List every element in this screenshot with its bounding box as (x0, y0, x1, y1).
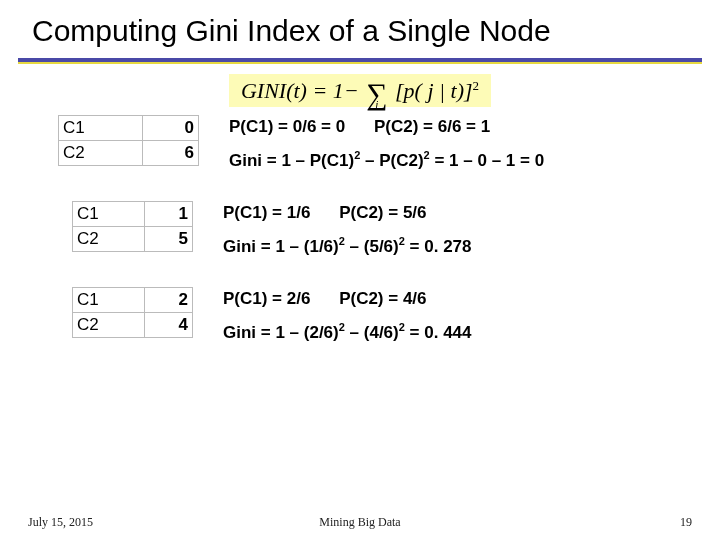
formula-one-minus: 1− (333, 78, 359, 103)
pc2: P(C2) = 4/6 (339, 289, 426, 308)
table-row: C2 5 (73, 226, 193, 251)
slide-title: Computing Gini Index of a Single Node (0, 0, 720, 48)
formula-exp: 2 (473, 78, 480, 93)
gini-line: Gini = 1 – P(C1)2 – P(C2)2 = 1 – 0 – 1 =… (229, 149, 544, 171)
formula-lhs: GINI(t) (241, 78, 307, 103)
formula-close: ] (464, 78, 473, 103)
cell-value: 1 (145, 201, 193, 226)
prob-line: P(C1) = 0/6 = 0 P(C2) = 6/6 = 1 (229, 117, 544, 137)
prob-line: P(C1) = 1/6 P(C2) = 5/6 (223, 203, 472, 223)
gini-mid: – P(C2) (360, 151, 423, 170)
cell-value: 5 (145, 226, 193, 251)
gini-mid: – (5/6) (345, 237, 399, 256)
gini-formula: GINI(t) = 1− ∑j [p( j | t)]2 (0, 74, 720, 107)
pc2: P(C2) = 6/6 = 1 (374, 117, 490, 136)
formula-open: [ (395, 78, 404, 103)
table-row: C1 2 (73, 287, 193, 312)
pc1: P(C1) = 0/6 = 0 (229, 117, 345, 136)
example-1: C1 0 C2 6 P(C1) = 0/6 = 0 P(C2) = 6/6 = … (58, 115, 720, 183)
sigma-icon: ∑j (366, 83, 387, 105)
table-row: C2 6 (59, 141, 199, 166)
cell-label: C1 (73, 201, 145, 226)
gini-pre: Gini = 1 – (2/6) (223, 322, 339, 341)
cell-value: 0 (143, 116, 199, 141)
slide-footer: July 15, 2015 Mining Big Data 19 (0, 515, 720, 530)
table-2: C1 1 C2 5 (72, 201, 193, 252)
example-3: C1 2 C2 4 P(C1) = 2/6 P(C2) = 4/6 Gini =… (72, 287, 720, 355)
pc1: P(C1) = 1/6 (223, 203, 310, 222)
cell-value: 6 (143, 141, 199, 166)
cell-label: C2 (59, 141, 143, 166)
formula-eq: = (312, 78, 327, 103)
pc1: P(C1) = 2/6 (223, 289, 310, 308)
footer-center: Mining Big Data (319, 515, 400, 530)
table-row: C1 1 (73, 201, 193, 226)
gini-post: = 1 – 0 – 1 = 0 (430, 151, 544, 170)
gini-pre: Gini = 1 – P(C1) (229, 151, 354, 170)
gini-pre: Gini = 1 – (1/6) (223, 237, 339, 256)
footer-page: 19 (680, 515, 692, 530)
footer-date: July 15, 2015 (28, 515, 93, 530)
cell-label: C2 (73, 312, 145, 337)
table-row: C1 0 (59, 116, 199, 141)
cell-label: C2 (73, 226, 145, 251)
cell-label: C1 (59, 116, 143, 141)
gini-post: = 0. 444 (405, 322, 472, 341)
title-underline (18, 58, 702, 64)
prob-line: P(C1) = 2/6 P(C2) = 4/6 (223, 289, 472, 309)
sigma-sub: j (375, 93, 378, 115)
gini-line: Gini = 1 – (1/6)2 – (5/6)2 = 0. 278 (223, 235, 472, 257)
example-2: C1 1 C2 5 P(C1) = 1/6 P(C2) = 5/6 Gini =… (72, 201, 720, 269)
gini-line: Gini = 1 – (2/6)2 – (4/6)2 = 0. 444 (223, 321, 472, 343)
cell-value: 4 (145, 312, 193, 337)
table-row: C2 4 (73, 312, 193, 337)
gini-post: = 0. 278 (405, 237, 472, 256)
table-1: C1 0 C2 6 (58, 115, 199, 166)
pc2: P(C2) = 5/6 (339, 203, 426, 222)
table-3: C1 2 C2 4 (72, 287, 193, 338)
gini-mid: – (4/6) (345, 322, 399, 341)
cell-label: C1 (73, 287, 145, 312)
cell-value: 2 (145, 287, 193, 312)
formula-body: p( j | t) (404, 78, 464, 103)
